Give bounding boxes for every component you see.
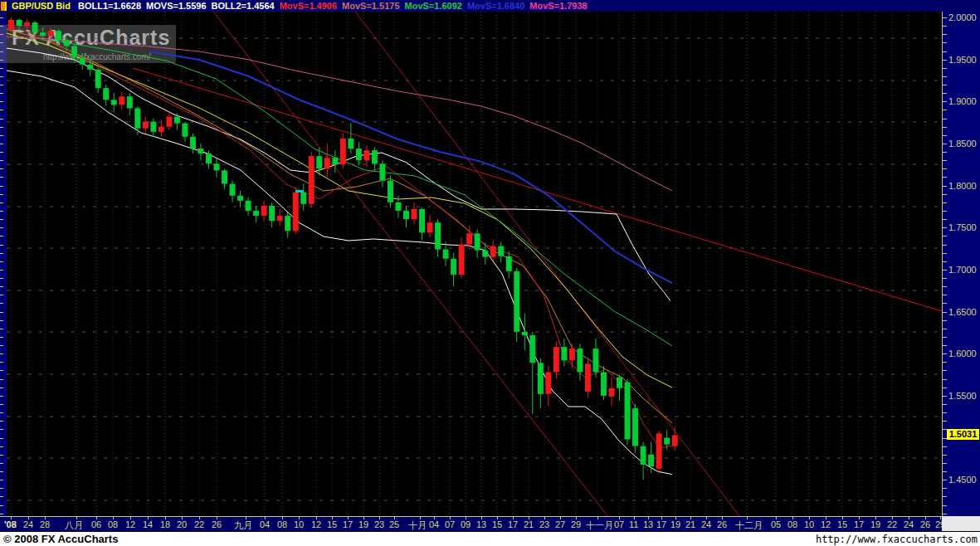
time-label: 10: [804, 519, 814, 529]
time-tick: [282, 517, 283, 519]
price-label: 1.7500: [948, 222, 977, 232]
time-tick: [182, 517, 183, 519]
time-tick: [113, 517, 114, 519]
time-tick: [165, 517, 166, 519]
time-tick: [379, 517, 380, 519]
website-link[interactable]: http://www.fxaccucharts.com: [816, 534, 978, 545]
price-tick: [943, 160, 947, 161]
time-tick: [28, 517, 29, 519]
price-label: 1.8000: [948, 181, 977, 191]
price-label: 1.6500: [948, 307, 977, 317]
price-tick: [943, 17, 947, 18]
price-tick: [943, 438, 947, 439]
price-tick: [943, 286, 947, 287]
time-label: 24: [23, 519, 33, 529]
time-label: 12: [821, 519, 831, 529]
price-tick: [943, 245, 947, 246]
price-tick: [943, 211, 947, 212]
price-tick: [943, 76, 947, 77]
time-label: 20: [177, 519, 187, 529]
time-axis[interactable]: '082428八月0608121418202226九月0408101215171…: [0, 516, 942, 532]
candlestick-chart[interactable]: [0, 0, 980, 546]
price-tick: [943, 202, 947, 203]
price-tick: [943, 514, 947, 514]
axis-corner: [942, 516, 980, 531]
time-tick: [434, 517, 435, 519]
price-label: 1.5500: [948, 391, 977, 401]
price-axis[interactable]: 1.5031 2.00001.95001.90001.85001.80001.7…: [942, 12, 980, 516]
price-tick: [943, 110, 947, 110]
time-tick: [859, 517, 860, 519]
time-tick: [826, 517, 826, 519]
time-label: 17: [508, 519, 518, 529]
time-label: 26: [212, 519, 222, 529]
time-tick: [199, 517, 200, 519]
time-tick: [316, 517, 317, 519]
price-tick: [943, 320, 947, 321]
price-label: 1.8500: [948, 139, 977, 149]
time-tick: [875, 517, 876, 519]
time-label: 21: [524, 519, 534, 529]
price-tick: [943, 345, 947, 346]
time-label: 08: [277, 519, 287, 529]
price-tick: [943, 455, 947, 456]
price-tick: [943, 362, 947, 363]
time-tick: [560, 517, 561, 519]
price-label: 1.9000: [948, 96, 977, 106]
price-tick: [943, 496, 947, 497]
time-label: 08: [108, 519, 118, 529]
time-label: 06: [91, 519, 101, 529]
time-tick: [76, 517, 77, 519]
time-tick: [809, 517, 810, 519]
time-tick: [45, 517, 46, 519]
time-tick: [96, 517, 97, 519]
price-tick: [943, 93, 947, 94]
time-tick: [661, 517, 662, 519]
price-tick: [943, 337, 947, 338]
price-tick: [943, 379, 947, 380]
time-tick: [544, 517, 545, 519]
time-tick: [634, 517, 635, 519]
price-tick: [943, 85, 947, 85]
time-label: 十月: [408, 519, 427, 532]
price-tick: [943, 135, 947, 136]
time-tick: [597, 517, 598, 519]
time-tick: [420, 517, 421, 519]
time-label: 17: [854, 519, 864, 529]
price-tick: [943, 463, 947, 464]
time-tick: [909, 517, 909, 519]
price-tick: [943, 370, 947, 371]
time-tick: [148, 517, 149, 519]
time-label: 19: [358, 519, 368, 529]
price-tick: [943, 480, 947, 480]
price-tick: [943, 295, 947, 295]
price-tick: [943, 42, 947, 43]
time-tick: [648, 517, 649, 519]
time-label: 九月: [234, 519, 252, 532]
price-tick: [943, 505, 947, 506]
time-label: '08: [4, 519, 17, 529]
time-tick: [265, 517, 266, 519]
time-label: 18: [160, 519, 170, 529]
time-label: 29: [571, 519, 581, 529]
price-label: 1.6000: [948, 349, 977, 358]
time-tick: [892, 517, 893, 519]
price-tick: [943, 194, 947, 195]
price-tick: [943, 227, 947, 228]
time-tick: [747, 517, 748, 519]
time-label: 08: [787, 519, 797, 529]
time-label: 17: [656, 519, 666, 529]
price-tick: [943, 303, 947, 304]
price-tick: [943, 177, 947, 178]
price-tick: [943, 412, 947, 413]
time-label: 23: [539, 519, 549, 529]
price-tick: [943, 270, 947, 271]
price-tick: [943, 168, 947, 169]
time-tick: [481, 517, 482, 519]
time-label: 09: [461, 519, 470, 529]
time-label: 14: [143, 519, 153, 529]
price-tick: [943, 421, 947, 422]
price-tick: [943, 101, 947, 102]
time-tick: [940, 517, 941, 519]
time-label: 八月: [65, 519, 83, 532]
